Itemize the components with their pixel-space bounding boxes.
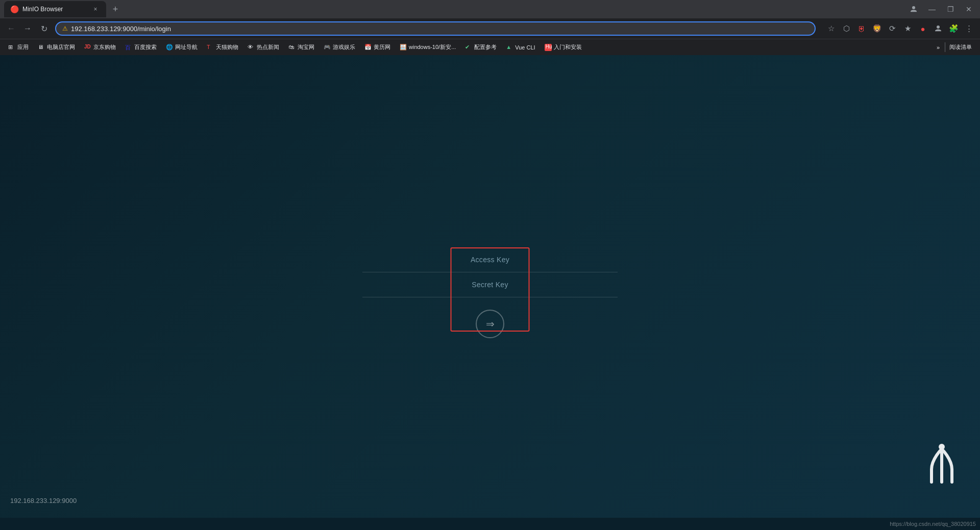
news-icon: 👁 (248, 44, 255, 51)
bookmark-apps-label: 应用 (17, 43, 29, 51)
window-profile-icon[interactable] (906, 2, 921, 16)
tab-bar: 🔴 MinIO Browser × + — ❐ ✕ (0, 0, 980, 18)
bookmark-config-label: 配置参考 (474, 43, 497, 51)
bookmark-taobao-label: 淘宝网 (298, 43, 314, 51)
secret-key-input[interactable] (362, 272, 618, 297)
bookmark-taobao[interactable]: 🛍 淘宝网 (284, 42, 318, 52)
apps-grid-icon: ⊞ (8, 44, 15, 51)
taobao-icon: 🛍 (288, 44, 296, 51)
access-key-input[interactable] (362, 247, 618, 272)
ext1-icon: ● (920, 24, 925, 33)
star-button[interactable]: ☆ (824, 21, 838, 36)
sync-icon[interactable]: ⟳ (885, 21, 899, 36)
back-button[interactable]: ← (4, 21, 18, 36)
bookmarks-more-button[interactable]: » (933, 43, 944, 52)
vpn-icon[interactable]: ⛨ (854, 21, 869, 36)
status-bar: https://blog.csdn.net/qq_38020915 (0, 518, 980, 530)
bookmark-calendar-label: 黄历网 (374, 43, 390, 51)
star-icon: ☆ (828, 24, 835, 33)
more-chevron-icon: » (937, 44, 940, 51)
reload-icon: ↻ (41, 24, 47, 34)
login-arrow-icon: ⇒ (486, 318, 495, 330)
browser-chrome: 🔴 MinIO Browser × + — ❐ ✕ ← → (0, 0, 980, 55)
extension-icon-1[interactable]: ● (916, 21, 930, 36)
huawei-icon: Hu (545, 44, 552, 51)
tab-title: MinIO Browser (22, 6, 87, 13)
login-form: ⇒ (362, 247, 618, 338)
close-icon: ✕ (966, 5, 972, 13)
minimize-icon: — (928, 5, 936, 13)
security-warning-icon: ⚠ (62, 25, 68, 32)
bookmark-calendar[interactable]: 📅 黄历网 (360, 42, 395, 52)
brave-shield-icon[interactable]: 🦁 (870, 21, 884, 36)
window-maximize-button[interactable]: ❐ (943, 2, 958, 16)
extension-puzzle-icon[interactable]: 🧩 (946, 21, 961, 36)
menu-button[interactable]: ⋮ (962, 21, 976, 36)
bookmark-windows[interactable]: 🪟 windows-10/新安... (396, 42, 460, 52)
shield-icon: ⛨ (858, 24, 866, 33)
bookmark-pcstore[interactable]: 🖥 电脑店官网 (34, 42, 79, 52)
games-icon: 🎮 (324, 44, 331, 51)
tmall-icon: T (207, 44, 214, 51)
bookmark-news[interactable]: 👁 热点新闻 (243, 42, 283, 52)
secret-key-field[interactable] (362, 272, 618, 297)
form-divider-bottom (362, 297, 618, 297)
bookmark-huawei[interactable]: Hu 入门和安装 (541, 42, 586, 52)
cast-icon: ⬡ (843, 24, 850, 33)
access-key-field[interactable] (362, 247, 618, 272)
bookmark-jd-label: 京东购物 (93, 43, 116, 51)
bookmark-tmall[interactable]: T 天猫购物 (203, 42, 242, 52)
window-minimize-button[interactable]: — (925, 2, 939, 16)
vuecli-icon: ▲ (506, 44, 513, 51)
bookmark-jd[interactable]: JD 京东购物 (80, 42, 120, 52)
bookmark-baidu-label: 百度搜索 (134, 43, 157, 51)
back-icon: ← (7, 24, 15, 33)
bookmark-news-label: 热点新闻 (257, 43, 279, 51)
forward-button[interactable]: → (20, 21, 35, 36)
brave-icon: 🦁 (872, 24, 882, 33)
svg-point-0 (912, 6, 915, 9)
reload-button[interactable]: ↻ (37, 21, 51, 36)
tab-favicon-icon: 🔴 (10, 5, 18, 13)
jd-icon: JD (84, 44, 91, 51)
bookmark-games-label: 游戏娱乐 (333, 43, 355, 51)
address-bar[interactable]: ⚠ 192.168.233.129:9000/minio/login (55, 21, 816, 36)
tab-close-button[interactable]: × (91, 5, 100, 14)
server-address: 192.168.233.129:9000 (10, 497, 77, 504)
login-button[interactable]: ⇒ (476, 310, 504, 338)
media-router-icon[interactable]: ⬡ (839, 21, 853, 36)
svg-point-1 (937, 26, 940, 29)
bookmark-nav-label: 网址导航 (175, 43, 198, 51)
window-close-button[interactable]: ✕ (962, 2, 976, 16)
bookmark-config[interactable]: ✔ 配置参考 (461, 42, 501, 52)
bookmark-star-icon: ★ (904, 24, 911, 33)
bookmark-pcstore-label: 电脑店官网 (47, 43, 75, 51)
bookmark-games[interactable]: 🎮 游戏娱乐 (320, 42, 359, 52)
toolbar-icons: ☆ ⬡ ⛨ 🦁 ⟳ ★ ● 🧩 (824, 21, 976, 36)
browser-tab-active[interactable]: 🔴 MinIO Browser × (4, 1, 106, 17)
maximize-icon: ❐ (947, 5, 954, 13)
three-dots-icon: ⋮ (965, 24, 973, 33)
bookmark-apps[interactable]: ⊞ 应用 (4, 42, 33, 52)
reading-list-button[interactable]: 阅读清单 (945, 42, 976, 52)
svg-point-2 (939, 444, 945, 450)
bookmark-baidu[interactable]: 百 百度搜索 (121, 42, 161, 52)
window-controls: — ❐ ✕ (906, 2, 976, 16)
puzzle-icon: 🧩 (949, 24, 959, 33)
avatar-icon (934, 24, 943, 33)
config-icon: ✔ (465, 44, 472, 51)
profile-avatar[interactable] (931, 21, 945, 36)
sync-arrow-icon: ⟳ (889, 24, 896, 33)
new-tab-button[interactable]: + (108, 2, 122, 16)
bookmark-icon[interactable]: ★ (900, 21, 915, 36)
reading-list-label: 阅读清单 (949, 43, 972, 51)
status-right-url: https://blog.csdn.net/qq_38020915 (890, 521, 976, 527)
calendar-icon: 📅 (364, 44, 372, 51)
baidu-icon: 百 (125, 44, 132, 51)
bookmark-vuecli[interactable]: ▲ Vue CLI (502, 43, 539, 52)
bookmark-vuecli-label: Vue CLI (515, 44, 535, 51)
bookmark-huawei-label: 入门和安装 (554, 43, 582, 51)
browser-toolbar: ← → ↻ ⚠ 192.168.233.129:9000/minio/login… (0, 18, 980, 39)
bookmarks-bar: ⊞ 应用 🖥 电脑店官网 JD 京东购物 百 百度搜索 🌐 网址导航 T 天猫购… (0, 39, 980, 55)
bookmark-nav[interactable]: 🌐 网址导航 (162, 42, 202, 52)
